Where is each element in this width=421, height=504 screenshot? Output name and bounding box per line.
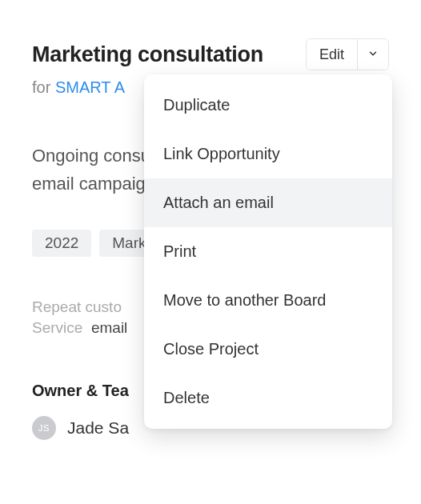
menu-item-move-board[interactable]: Move to another Board (144, 276, 392, 325)
subline-for-label: for (32, 78, 55, 96)
menu-item-duplicate[interactable]: Duplicate (144, 81, 392, 130)
service-value: email (91, 319, 127, 336)
menu-item-print[interactable]: Print (144, 227, 392, 276)
menu-item-close-project[interactable]: Close Project (144, 325, 392, 374)
menu-item-link-opportunity[interactable]: Link Opportunity (144, 130, 392, 178)
edit-menu-caret[interactable] (357, 39, 388, 70)
service-label: Service (32, 319, 82, 336)
actions-menu: Duplicate Link Opportunity Attach an ema… (144, 74, 392, 429)
page-title: Marketing consultation (32, 42, 263, 67)
chevron-down-icon (367, 48, 379, 62)
edit-button[interactable]: Edit (307, 39, 357, 70)
avatar[interactable]: JS (32, 416, 56, 440)
tag[interactable]: 2022 (32, 230, 91, 257)
menu-item-delete[interactable]: Delete (144, 374, 392, 422)
owner-name: Jade Sa (67, 418, 129, 438)
menu-item-attach-email[interactable]: Attach an email (144, 178, 392, 227)
company-link[interactable]: SMART A (55, 78, 125, 96)
edit-button-group: Edit (306, 38, 389, 70)
